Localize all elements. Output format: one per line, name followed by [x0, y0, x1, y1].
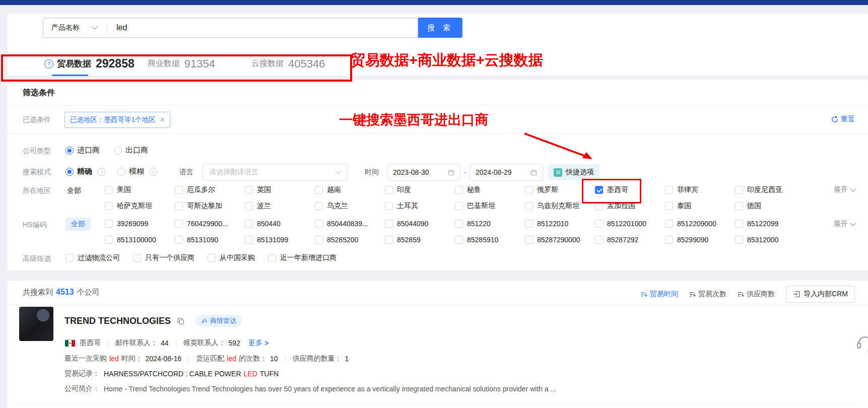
region-checkbox-mexico[interactable]: 墨西哥 [595, 185, 628, 194]
advanced-checkbox-from-china[interactable]: 从中国采购 [208, 253, 255, 262]
region-checkbox[interactable]: 乌克兰 [315, 201, 348, 211]
hs-code-checkbox[interactable]: 8512201000 [595, 220, 646, 228]
region-expand-button[interactable]: 展开 [834, 185, 855, 194]
advanced-checkbox-new-importer[interactable]: 近一年新增进口商 [268, 253, 337, 262]
checkbox-icon [245, 220, 253, 228]
selected-region-tag[interactable]: 已选地区：墨西哥等1个地区 × [64, 112, 170, 128]
tab-business-data[interactable]: 商业数据 [148, 58, 180, 69]
sort-icon [641, 291, 647, 298]
advanced-filter-row: 高级筛选 过滤物流公司 只有一个供应商 从中国采购 近一年新增进口商 [8, 253, 868, 264]
region-checkbox[interactable]: 波兰 [245, 201, 271, 211]
date-from-input[interactable]: 2023-08-30 [387, 164, 460, 181]
filter-title: 筛选条件 [23, 88, 55, 98]
radio-icon [117, 168, 125, 176]
region-checkbox[interactable]: 印度 [385, 185, 411, 194]
info-icon[interactable]: i [97, 168, 105, 176]
tab-trade-data[interactable]: 贸易数据 [57, 58, 91, 70]
hs-code-checkbox[interactable]: 85122099 [735, 220, 778, 228]
hs-code-checkbox[interactable]: 85287292 [595, 236, 638, 244]
hs-code-checkbox[interactable]: 760429900... [175, 220, 228, 228]
hs-code-checkbox[interactable]: 852859 [385, 236, 421, 244]
region-checkbox[interactable]: 俄罗斯 [525, 185, 558, 194]
checkbox-icon [315, 202, 323, 210]
checkbox-icon [525, 202, 533, 210]
hs-code-checkbox[interactable]: 85312000 [735, 236, 778, 244]
last-purchase-date: 2024-08-16 [146, 355, 182, 363]
search-button[interactable]: 搜 索 [418, 18, 462, 38]
hs-code-checkbox[interactable]: 85285910 [455, 236, 498, 244]
hs-code-checkbox[interactable]: 85285200 [315, 236, 358, 244]
match-times: 10 [270, 355, 278, 363]
region-checkbox[interactable]: 德国 [735, 201, 761, 211]
region-checkbox[interactable]: 巴基斯坦 [455, 201, 495, 211]
hs-code-checkbox[interactable]: 85044090 [385, 220, 428, 228]
region-checkbox[interactable]: 菲律宾 [665, 185, 698, 194]
sort-trade-count[interactable]: 贸易次数 [689, 290, 726, 299]
chevron-down-icon[interactable] [92, 24, 97, 29]
radio-exact-mode[interactable]: 精确i [65, 167, 105, 176]
checkbox-icon [525, 186, 533, 194]
search-input[interactable] [115, 23, 359, 33]
company-country: 墨西哥 [80, 338, 101, 348]
sort-supplier-count[interactable]: 供应商数 [738, 290, 775, 299]
translation-language-select[interactable]: 请选择翻译语言 [203, 164, 347, 181]
hs-code-checkbox[interactable]: 8512209000 [665, 220, 716, 228]
hs-code-checkbox[interactable]: 850440839... [315, 220, 368, 228]
customer-service-headset-icon[interactable] [855, 332, 868, 355]
trade-record-label: 贸易记录： [64, 369, 100, 378]
hs-code-checkbox[interactable]: 85131090 [175, 236, 218, 244]
region-checkbox[interactable]: 乌兹别克斯坦 [525, 201, 579, 211]
hs-code-checkbox[interactable]: 850440 [245, 220, 281, 228]
region-checkbox[interactable]: 美国 [105, 185, 131, 194]
chevron-right-icon[interactable]: > [264, 339, 269, 347]
help-icon[interactable]: ? [44, 59, 53, 69]
hs-code-checkbox[interactable]: 85287290000 [525, 236, 580, 244]
hs-code-checkbox[interactable]: 851220 [455, 220, 491, 228]
region-checkbox[interactable]: 英国 [245, 185, 271, 194]
region-checkbox[interactable]: 秘鲁 [455, 185, 481, 194]
region-checkbox[interactable]: 哈萨克斯坦 [105, 201, 152, 211]
region-all-option[interactable]: 全部 [67, 186, 81, 195]
tag-close-icon[interactable]: × [160, 115, 165, 124]
checkbox-icon [385, 186, 393, 194]
hs-code-checkbox[interactable]: 8513100000 [105, 236, 156, 244]
business-radar-badge[interactable]: 商情雷达 [195, 315, 242, 327]
region-checkbox[interactable]: 越南 [315, 185, 341, 194]
import-crm-button[interactable]: 导入内部CRM [786, 286, 855, 303]
radio-fuzzy-mode[interactable]: 模糊i [117, 167, 157, 176]
filter-card: 筛选条件 已选条件 已选地区：墨西哥等1个地区 × 重置 公司类型 进口商 出口… [8, 80, 868, 270]
company-thumbnail[interactable] [19, 307, 53, 341]
copy-icon[interactable] [177, 317, 184, 325]
reset-button[interactable]: 重置 [831, 115, 855, 124]
radio-exporter[interactable]: 出口商 [114, 146, 148, 155]
sort-trade-time[interactable]: 贸易时间 [641, 290, 678, 299]
region-checkbox[interactable]: 孟加拉国 [595, 201, 635, 211]
quick-options-button[interactable]: 快捷选项 [548, 164, 599, 180]
company-name[interactable]: TREND TECHNOLOGIES [64, 316, 171, 326]
region-checkbox[interactable]: 土耳其 [385, 201, 418, 211]
date-to-input[interactable]: 2024-08-29 [470, 164, 543, 181]
radio-importer[interactable]: 进口商 [65, 146, 100, 155]
region-checkbox[interactable]: 泰国 [665, 201, 691, 211]
checkbox-icon [735, 236, 743, 244]
tab-cloud-search-data[interactable]: 云搜数据 [251, 58, 284, 69]
checkbox-icon [455, 220, 463, 228]
advanced-checkbox-filter-logistics[interactable]: 过滤物流公司 [65, 253, 120, 262]
import-icon [793, 291, 800, 298]
hs-code-checkbox[interactable]: 39269099 [105, 220, 148, 228]
date-range-separator: - [463, 168, 466, 177]
hs-code-expand-button[interactable]: 展开 [834, 220, 855, 229]
hs-code-row-2: 8513100000 85131090 85131099 85285200 85… [8, 236, 868, 247]
hs-code-checkbox[interactable]: 85122010 [525, 220, 568, 228]
hs-code-checkbox[interactable]: 85299090 [665, 236, 708, 244]
search-category-dropdown[interactable]: 产品名称 [51, 23, 80, 32]
region-checkbox[interactable]: 厄瓜多尔 [175, 185, 215, 194]
advanced-checkbox-single-supplier[interactable]: 只有一个供应商 [133, 253, 194, 262]
more-link[interactable]: 更多 [248, 338, 262, 348]
hs-all-option[interactable]: 全部 [65, 218, 91, 231]
tab-cloud-search-data-count: 405346 [288, 57, 325, 71]
info-icon[interactable]: i [149, 168, 157, 176]
hs-code-checkbox[interactable]: 85131099 [245, 236, 288, 244]
region-checkbox[interactable]: 印度尼西亚 [735, 185, 782, 194]
region-checkbox[interactable]: 哥斯达黎加 [175, 201, 222, 211]
